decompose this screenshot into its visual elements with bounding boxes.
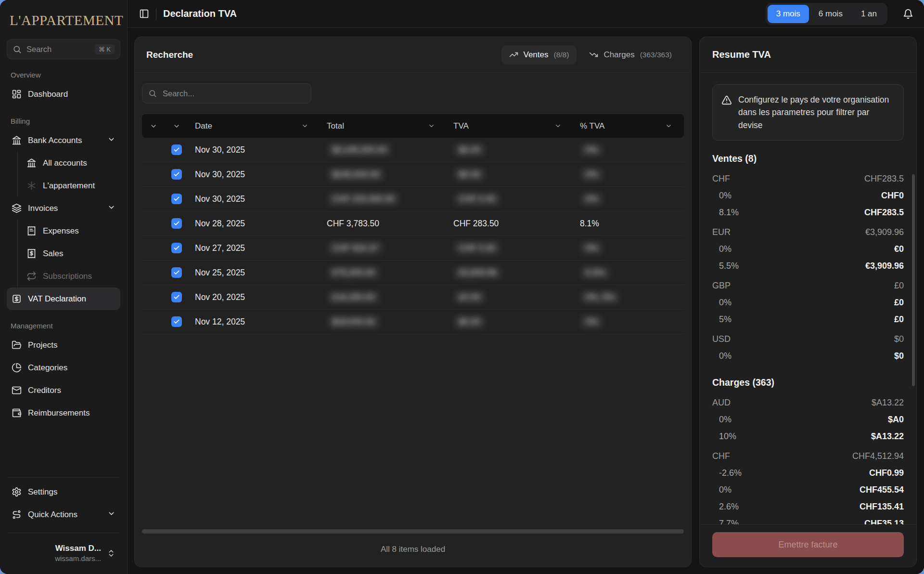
wallet-icon (12, 408, 22, 418)
row-tva: CHF 0.00 (447, 241, 573, 255)
sidebar-item-reimbursements[interactable]: Reimbursements (7, 402, 120, 424)
range-button-6-mois[interactable]: 6 mois (810, 5, 851, 23)
sidebar-item-dashboard[interactable]: Dashboard (7, 83, 120, 105)
row-total: £16,250.00 (320, 290, 447, 304)
row-checkbox[interactable] (171, 144, 182, 155)
chevron-down-icon (107, 509, 116, 518)
row-checkbox[interactable] (171, 169, 182, 180)
header-expand-column[interactable] (142, 122, 165, 130)
row-tva: £0.00 (447, 290, 573, 304)
row-date: Nov 12, 2025 (188, 317, 320, 327)
sidebar-item-sales[interactable]: Sales (22, 242, 120, 265)
route-icon (12, 509, 22, 520)
divider (8, 477, 119, 478)
tab-charges[interactable]: Charges(363/363) (581, 45, 680, 65)
sidebar-item-bank-accounts[interactable]: Bank Accounts (7, 129, 120, 152)
row-pct-tva: 0%, 5% (573, 290, 684, 304)
sidebar-item-l-appartement[interactable]: L'appartement (22, 174, 120, 197)
table-row[interactable]: Nov 20, 2025£16,250.00£0.000%, 5% (142, 285, 684, 310)
sidebar-item-invoices[interactable]: Invoices (7, 197, 120, 220)
vertical-scrollbar[interactable] (912, 174, 915, 386)
rate-label: 7.7% (719, 519, 739, 524)
column-header-tva[interactable]: TVA (447, 121, 573, 131)
table-row[interactable]: Nov 27, 2025CHF 924.37CHF 0.000% (142, 236, 684, 261)
chevron-down-icon (301, 122, 308, 130)
recherche-panel: Recherche Ventes(8/8)Charges(363/363) Da… (134, 37, 692, 567)
chevron-down-icon (428, 122, 435, 130)
rate-label: 5.5% (719, 261, 739, 271)
table-row[interactable]: Nov 28, 2025CHF 3,783.50CHF 283.508.1% (142, 211, 684, 236)
table-row[interactable]: Nov 30, 2025$3,195,000.00$0.000% (142, 138, 684, 162)
column-header-date[interactable]: Date (188, 121, 320, 131)
notifications-button[interactable] (903, 9, 913, 19)
bank-icon (26, 158, 37, 168)
sidebar-toggle-button[interactable] (139, 9, 149, 19)
sidebar-item-label: VAT Declaration (28, 294, 86, 304)
row-pct-tva: 5.5% (573, 266, 684, 280)
row-checkbox[interactable] (171, 243, 182, 253)
emettre-facture-button[interactable]: Emettre facture (712, 532, 904, 557)
sidebar-item-expenses[interactable]: Expenses (22, 220, 120, 242)
sidebar-item-label: All accounts (43, 158, 87, 168)
sidebar-item-quick-actions[interactable]: Quick Actions (7, 503, 120, 526)
sidebar-item-all-accounts[interactable]: All accounts (22, 152, 120, 174)
row-tva: CHF 283.50 (447, 219, 573, 229)
row-tva: €3,909.96 (447, 266, 573, 280)
search-icon (148, 89, 157, 98)
rate-amount: €0 (894, 244, 904, 254)
row-total: $3,195,000.00 (320, 143, 447, 157)
sidebar-item-label: Creditors (28, 386, 61, 395)
row-checkbox-cell (165, 194, 188, 204)
user-menu[interactable]: Wissam D... wissam.dars... (7, 536, 120, 574)
column-header-tva[interactable]: % TVA (573, 121, 684, 131)
row-checkbox[interactable] (171, 316, 182, 327)
user-name: Wissam D... (55, 544, 101, 553)
header-select-column[interactable] (165, 122, 188, 130)
sidebar-item-subscriptions[interactable]: Subscriptions (22, 265, 120, 287)
range-button-1-an[interactable]: 1 an (852, 5, 886, 23)
row-total: CHF 924.37 (320, 241, 447, 255)
table-row[interactable]: Nov 12, 2025$18,000.00$0.000% (142, 310, 684, 334)
chevron-down-icon (665, 122, 672, 130)
row-total: CHF 215,000.00 (320, 192, 447, 206)
sidebar-item-creditors[interactable]: Creditors (7, 379, 120, 402)
currency-total: $A13.22 (872, 398, 904, 408)
receipt-dollar-icon (26, 248, 37, 259)
row-checkbox[interactable] (171, 218, 182, 229)
table-search-input[interactable] (162, 89, 305, 99)
sidebar-item-projects[interactable]: Projects (7, 334, 120, 356)
table-row[interactable]: Nov 30, 2025$245,000.00$0.000% (142, 162, 684, 187)
row-date: Nov 28, 2025 (188, 219, 320, 229)
tab-ventes[interactable]: Ventes(8/8) (501, 45, 577, 65)
rate-label: 0% (719, 191, 732, 201)
resume-tva-title: Resume TVA (700, 37, 916, 73)
sidebar-item-vat-declaration[interactable]: VAT Declaration (7, 287, 120, 310)
table-row[interactable]: Nov 30, 2025CHF 215,000.00CHF 0.000% (142, 187, 684, 211)
nav-subgroup-invoices: ExpensesSalesSubscriptions (17, 220, 120, 287)
sidebar-item-label: Categories (28, 363, 67, 373)
row-checkbox[interactable] (171, 194, 182, 204)
sidebar-item-label: Settings (28, 487, 57, 497)
recherche-panel-body: DateTotalTVA% TVA Nov 30, 2025$3,195,000… (135, 73, 691, 567)
rate-amount: $A13.22 (871, 431, 904, 442)
sidebar-item-settings[interactable]: Settings (7, 481, 120, 503)
row-pct-tva: 0% (573, 315, 684, 329)
warning-text: Configurez le pays de votre organisation… (738, 93, 895, 131)
row-checkbox[interactable] (171, 292, 182, 302)
sidebar-search[interactable]: Search ⌘ K (7, 39, 120, 59)
row-checkbox[interactable] (171, 267, 182, 278)
sidebar-item-categories[interactable]: Categories (7, 356, 120, 379)
range-button-3-mois[interactable]: 3 mois (768, 5, 809, 23)
rate-label: 2.6% (719, 502, 739, 512)
check-icon (173, 318, 180, 325)
check-icon (173, 196, 180, 202)
currency-total: CHF4,512.94 (852, 451, 904, 461)
horizontal-scrollbar[interactable] (142, 529, 684, 534)
currency-total: €3,909.96 (865, 227, 904, 237)
currency-code: GBP (712, 281, 731, 291)
dashboard-icon (12, 89, 22, 99)
column-header-total[interactable]: Total (320, 121, 447, 131)
row-checkbox-cell (165, 169, 188, 180)
table-row[interactable]: Nov 25, 2025€75,000.00€3,909.965.5% (142, 261, 684, 285)
user-email: wissam.dars... (55, 554, 101, 562)
